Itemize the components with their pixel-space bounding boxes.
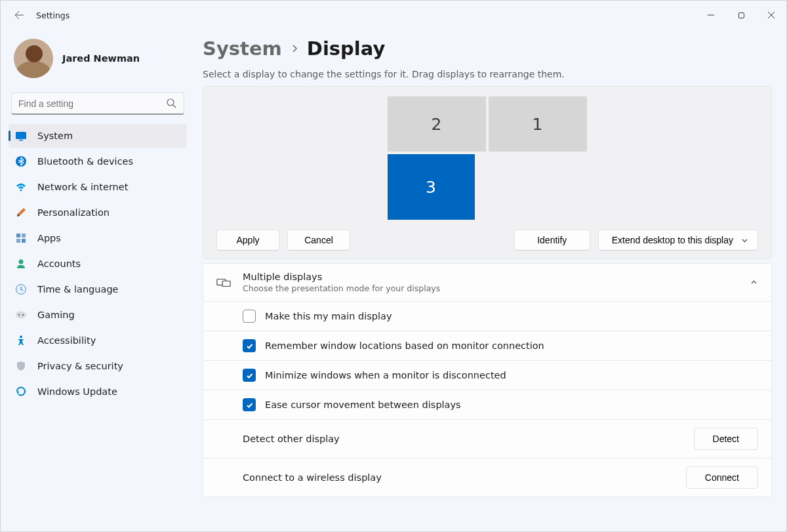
nav-label: System: [37, 131, 73, 141]
opt-remember[interactable]: Remember window locations based on monit…: [203, 331, 772, 361]
checkbox-remember[interactable]: [243, 339, 256, 352]
svg-rect-17: [222, 281, 230, 286]
checkbox-cursor[interactable]: [243, 398, 256, 411]
nav-label: Bluetooth & devices: [37, 156, 133, 167]
chevron-right-icon: [291, 44, 298, 53]
display-canvas[interactable]: 2 1 3: [203, 87, 771, 230]
chevron-down-icon: [741, 237, 748, 244]
user-profile[interactable]: Jared Newman: [9, 36, 187, 90]
display-arrangement-panel: 2 1 3 Apply Cancel Identify Extend deskt…: [203, 86, 772, 259]
sidebar-item-apps[interactable]: Apps: [9, 226, 187, 250]
cancel-button[interactable]: Cancel: [287, 230, 350, 251]
opt-main-display[interactable]: Make this my main display: [203, 302, 772, 331]
system-icon: [15, 130, 27, 142]
monitor-2[interactable]: 2: [388, 96, 486, 152]
svg-rect-8: [16, 239, 20, 243]
nav-label: Privacy & security: [37, 361, 123, 371]
multiple-displays-header[interactable]: Multiple displays Choose the presentatio…: [203, 263, 772, 302]
breadcrumb-parent[interactable]: System: [203, 37, 282, 60]
connect-button[interactable]: Connect: [686, 466, 758, 489]
row-connect: Connect to a wireless display Connect: [203, 459, 772, 497]
app-title: Settings: [36, 10, 70, 20]
svg-point-1: [167, 99, 174, 106]
nav-label: Accessibility: [37, 335, 96, 346]
gaming-icon: [15, 309, 27, 321]
sidebar-item-bluetooth[interactable]: Bluetooth & devices: [9, 150, 187, 173]
detect-button[interactable]: Detect: [694, 428, 758, 450]
nav-label: Apps: [37, 233, 61, 243]
update-icon: [15, 386, 27, 398]
privacy-icon: [15, 360, 27, 372]
svg-point-13: [18, 314, 20, 316]
search-icon: [166, 98, 176, 108]
monitor-1[interactable]: 1: [489, 96, 587, 152]
opt-minimize[interactable]: Minimize windows when a monitor is disco…: [203, 361, 772, 390]
sidebar-item-time[interactable]: Time & language: [9, 277, 187, 301]
nav-label: Gaming: [37, 310, 75, 320]
checkbox-main[interactable]: [243, 310, 256, 323]
nav-label: Windows Update: [37, 386, 117, 397]
nav-label: Time & language: [37, 284, 119, 295]
opt-cursor[interactable]: Ease cursor movement between displays: [203, 390, 772, 420]
monitor-3[interactable]: 3: [388, 154, 475, 220]
apply-button[interactable]: Apply: [216, 230, 279, 251]
minimize-button[interactable]: [696, 5, 726, 26]
close-button[interactable]: [756, 5, 786, 26]
sidebar-item-gaming[interactable]: Gaming: [9, 303, 187, 327]
apps-icon: [15, 232, 27, 244]
svg-point-14: [22, 314, 24, 316]
time-icon: [15, 283, 27, 295]
back-button[interactable]: [10, 6, 28, 24]
sidebar-item-system[interactable]: System: [9, 124, 187, 148]
sidebar-item-privacy[interactable]: Privacy & security: [9, 354, 187, 378]
svg-point-12: [16, 312, 26, 319]
accounts-icon: [15, 258, 27, 270]
card-title: Multiple displays: [243, 272, 738, 282]
identify-button[interactable]: Identify: [514, 230, 590, 251]
user-name: Jared Newman: [62, 53, 140, 64]
svg-rect-7: [22, 234, 26, 237]
svg-rect-6: [16, 234, 20, 237]
svg-point-5: [20, 190, 22, 192]
breadcrumb: System Display: [203, 37, 772, 60]
svg-point-15: [20, 336, 22, 338]
avatar: [14, 39, 53, 78]
svg-rect-0: [738, 12, 744, 18]
monitor-pair-icon: [216, 276, 231, 289]
nav-label: Personalization: [37, 207, 110, 218]
svg-rect-2: [16, 132, 26, 139]
accessibility-icon: [15, 335, 27, 346]
bluetooth-icon: [15, 155, 27, 167]
svg-rect-9: [22, 239, 26, 243]
breadcrumb-current: Display: [307, 37, 386, 60]
instruction-text: Select a display to change the settings …: [203, 69, 772, 79]
extend-dropdown[interactable]: Extend desktop to this display: [598, 230, 758, 251]
nav-label: Accounts: [37, 258, 81, 269]
sidebar-item-update[interactable]: Windows Update: [9, 380, 187, 403]
search-input[interactable]: [11, 92, 184, 115]
chevron-up-icon: [750, 278, 758, 287]
personalization-icon: [15, 207, 27, 218]
row-detect: Detect other display Detect: [203, 420, 772, 459]
sidebar-item-network[interactable]: Network & internet: [9, 175, 187, 199]
svg-point-10: [19, 260, 24, 264]
checkbox-minimize[interactable]: [243, 369, 256, 382]
sidebar-item-accessibility[interactable]: Accessibility: [9, 329, 187, 352]
maximize-button[interactable]: [726, 5, 756, 26]
svg-rect-3: [19, 140, 23, 141]
nav-label: Network & internet: [37, 182, 128, 192]
sidebar-item-personalization[interactable]: Personalization: [9, 201, 187, 224]
network-icon: [15, 181, 27, 193]
sidebar-item-accounts[interactable]: Accounts: [9, 252, 187, 276]
card-subtitle: Choose the presentation mode for your di…: [243, 283, 738, 293]
